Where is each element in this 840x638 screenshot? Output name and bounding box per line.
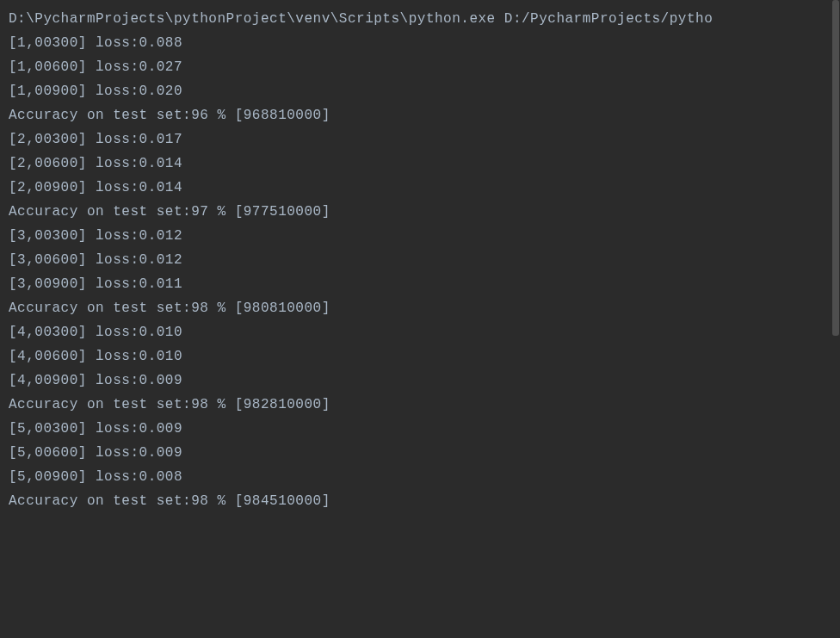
console-line: [3,00300] loss:0.012 — [9, 224, 833, 248]
console-line: [5,00600] loss:0.009 — [9, 441, 833, 465]
vertical-scrollbar[interactable] — [831, 0, 840, 638]
console-line: Accuracy on test set:97 % [977510000] — [9, 200, 833, 224]
console-line: [5,00300] loss:0.009 — [9, 417, 833, 441]
console-line: Accuracy on test set:96 % [968810000] — [9, 103, 833, 127]
console-line: [1,00600] loss:0.027 — [9, 55, 833, 79]
console-line: [4,00900] loss:0.009 — [9, 369, 833, 393]
console-line: Accuracy on test set:98 % [980810000] — [9, 296, 833, 320]
console-line: [1,00900] loss:0.020 — [9, 79, 833, 103]
console-line: [2,00600] loss:0.014 — [9, 152, 833, 176]
console-line: [3,00600] loss:0.012 — [9, 248, 833, 272]
console-line: [4,00300] loss:0.010 — [9, 320, 833, 344]
console-line: [2,00900] loss:0.014 — [9, 176, 833, 200]
console-line: [3,00900] loss:0.011 — [9, 272, 833, 296]
console-line: D:\PycharmProjects\pythonProject\venv\Sc… — [9, 7, 833, 31]
scrollbar-thumb[interactable] — [832, 0, 839, 336]
console-line: [2,00300] loss:0.017 — [9, 127, 833, 152]
console-output[interactable]: D:\PycharmProjects\pythonProject\venv\Sc… — [9, 7, 833, 513]
console-line: Accuracy on test set:98 % [982810000] — [9, 393, 833, 417]
console-line: [1,00300] loss:0.088 — [9, 31, 833, 55]
console-line: [5,00900] loss:0.008 — [9, 465, 833, 489]
console-line: [4,00600] loss:0.010 — [9, 344, 833, 369]
console-line: Accuracy on test set:98 % [984510000] — [9, 489, 833, 513]
